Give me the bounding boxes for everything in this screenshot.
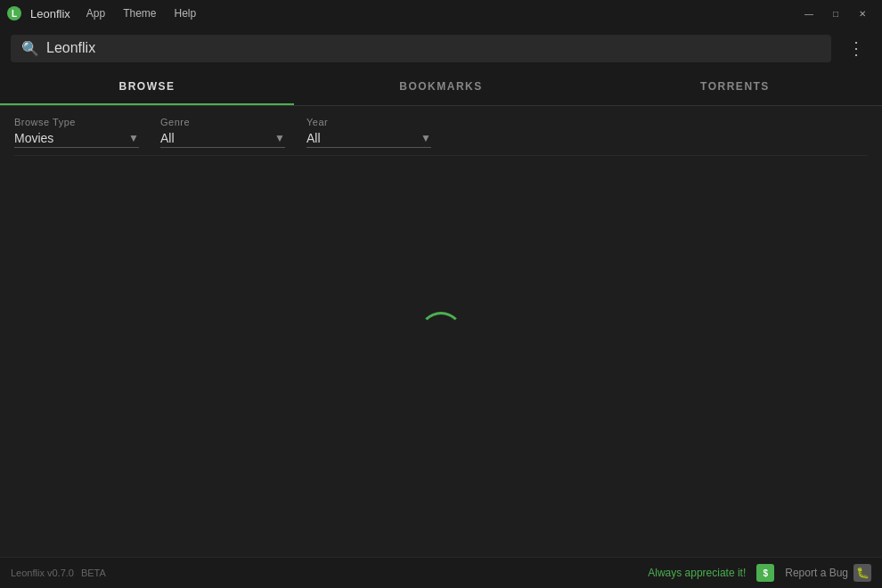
genre-select[interactable]: All ▼ [160,131,285,148]
window-controls: — □ ✕ [796,4,875,23]
report-bug-button[interactable]: Report a Bug 🐛 [785,564,871,582]
year-filter: Year All ▼ [306,117,431,148]
year-arrow: ▼ [421,132,431,144]
app-icon: L [7,6,21,20]
title-bar: L Leonflix App Theme Help — □ ✕ [0,0,882,27]
loading-spinner-container [419,312,463,356]
title-bar-left: L Leonflix App Theme Help [7,5,203,21]
status-bar: Leonflix v0.7.0 BETA Always appreciate i… [0,557,882,588]
appreciate-text: Always appreciate it! [648,567,746,579]
menu-bar: App Theme Help [79,5,203,21]
browse-type-select[interactable]: Movies ▼ [14,131,139,148]
report-bug-label: Report a Bug [785,567,848,579]
maximize-button[interactable]: □ [823,4,848,23]
bug-icon: 🐛 [853,564,871,582]
beta-badge: BETA [81,568,106,578]
main-content [0,156,882,494]
tab-bookmarks[interactable]: BOOKMARKS [294,69,588,105]
search-icon: 🔍 [21,40,39,57]
status-right: Always appreciate it! $ Report a Bug 🐛 [648,564,871,582]
genre-arrow: ▼ [274,132,285,144]
genre-value: All [160,131,274,145]
search-input[interactable] [46,40,821,56]
genre-filter: Genre All ▼ [160,117,285,148]
browse-type-arrow: ▼ [128,132,139,144]
tab-torrents[interactable]: TORRENTS [588,69,882,105]
year-select[interactable]: All ▼ [306,131,431,148]
menu-theme[interactable]: Theme [116,5,163,21]
filters-bar: Browse Type Movies ▼ Genre All ▼ Year Al… [0,106,882,155]
close-button[interactable]: ✕ [850,4,875,23]
search-bar: 🔍 ⋮ [0,27,882,69]
genre-label: Genre [160,117,285,127]
tab-browse[interactable]: BROWSE [0,69,294,105]
kofi-icon[interactable]: $ [756,564,774,582]
browse-type-label: Browse Type [14,117,139,127]
browse-type-filter: Browse Type Movies ▼ [14,117,139,148]
tabs-bar: BROWSE BOOKMARKS TORRENTS [0,69,882,106]
app-title: Leonflix [30,7,70,20]
version-text: Leonflix v0.7.0 [11,568,74,578]
loading-spinner [419,312,463,356]
more-options-button[interactable]: ⋮ [842,34,871,62]
menu-app[interactable]: App [79,5,112,21]
search-container[interactable]: 🔍 [11,35,831,62]
minimize-button[interactable]: — [796,4,821,23]
year-label: Year [306,117,431,127]
year-value: All [306,131,421,145]
menu-help[interactable]: Help [167,5,204,21]
status-left: Leonflix v0.7.0 BETA [11,568,106,578]
browse-type-value: Movies [14,131,128,145]
